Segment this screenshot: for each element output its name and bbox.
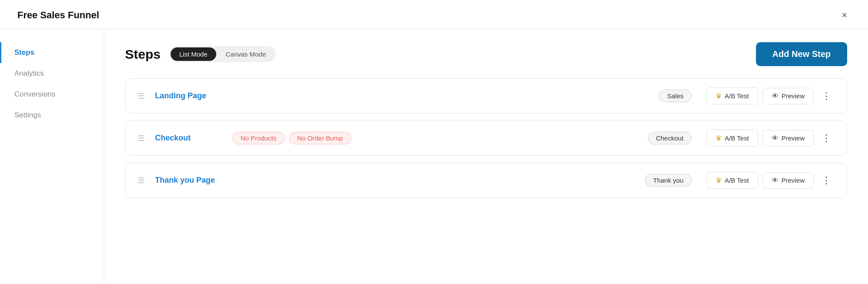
ab-test-button-checkout[interactable]: ♛ A/B Test (706, 130, 758, 147)
ab-test-button-thank-you[interactable]: ♛ A/B Test (706, 172, 758, 189)
content-area: Steps List Mode Canvas Mode Add New Step… (104, 29, 868, 281)
add-new-step-button[interactable]: Add New Step (756, 42, 847, 66)
step-actions-checkout: ♛ A/B Test 👁 Preview ⋮ (706, 130, 835, 147)
drag-icon: ☰ (138, 176, 145, 185)
more-menu-button-checkout[interactable]: ⋮ (818, 131, 835, 146)
step-actions-thank-you: ♛ A/B Test 👁 Preview ⋮ (706, 172, 835, 189)
sidebar-item-steps[interactable]: Steps (0, 42, 104, 63)
main-layout: Steps Analytics Conversions Settings Ste… (0, 29, 868, 281)
eye-icon: 👁 (772, 177, 779, 184)
step-actions-landing-page: ♛ A/B Test 👁 Preview ⋮ (706, 87, 835, 104)
step-name-thank-you[interactable]: Thank you Page (155, 176, 224, 185)
content-header-left: Steps List Mode Canvas Mode (125, 46, 276, 62)
ab-test-button-landing-page[interactable]: ♛ A/B Test (706, 87, 758, 104)
table-row: ☰ Landing Page Sales ♛ A/B Test 👁 Previe… (125, 78, 847, 114)
table-row: ☰ Checkout No Products No Order Bump Che… (125, 120, 847, 156)
step-name-landing-page[interactable]: Landing Page (155, 91, 224, 100)
no-products-badge: No Products (232, 132, 285, 144)
preview-button-thank-you[interactable]: 👁 Preview (762, 172, 814, 189)
sidebar: Steps Analytics Conversions Settings (0, 29, 104, 281)
crown-icon: ♛ (716, 92, 722, 100)
app-title: Free Sales Funnel (17, 10, 99, 21)
sidebar-item-analytics[interactable]: Analytics (0, 63, 104, 84)
crown-icon: ♛ (716, 176, 722, 184)
close-button[interactable]: × (838, 9, 851, 22)
content-header: Steps List Mode Canvas Mode Add New Step (125, 42, 847, 66)
step-type-badge-thank-you: Thank you (645, 174, 692, 187)
no-order-bump-badge: No Order Bump (289, 132, 351, 144)
step-type-badge-checkout: Checkout (648, 132, 692, 144)
sidebar-item-settings[interactable]: Settings (0, 105, 104, 126)
eye-icon: 👁 (772, 92, 779, 100)
step-name-checkout[interactable]: Checkout (155, 134, 224, 143)
preview-button-landing-page[interactable]: 👁 Preview (762, 88, 814, 104)
step-badges-checkout: No Products No Order Bump (232, 132, 640, 144)
drag-icon: ☰ (138, 134, 145, 143)
page-title: Steps (125, 47, 161, 62)
steps-list: ☰ Landing Page Sales ♛ A/B Test 👁 Previe… (125, 78, 847, 198)
app-header: Free Sales Funnel × (0, 0, 868, 29)
more-menu-button-thank-you[interactable]: ⋮ (818, 173, 835, 188)
canvas-mode-button[interactable]: Canvas Mode (217, 47, 275, 61)
preview-button-checkout[interactable]: 👁 Preview (762, 130, 814, 147)
step-type-badge-landing-page: Sales (659, 90, 692, 102)
list-mode-button[interactable]: List Mode (171, 47, 216, 61)
more-menu-button-landing-page[interactable]: ⋮ (818, 89, 835, 104)
table-row: ☰ Thank you Page Thank you ♛ A/B Test 👁 … (125, 163, 847, 198)
eye-icon: 👁 (772, 134, 779, 142)
crown-icon: ♛ (716, 134, 722, 142)
drag-icon: ☰ (138, 91, 145, 101)
mode-toggle: List Mode Canvas Mode (169, 46, 276, 62)
sidebar-item-conversions[interactable]: Conversions (0, 84, 104, 105)
